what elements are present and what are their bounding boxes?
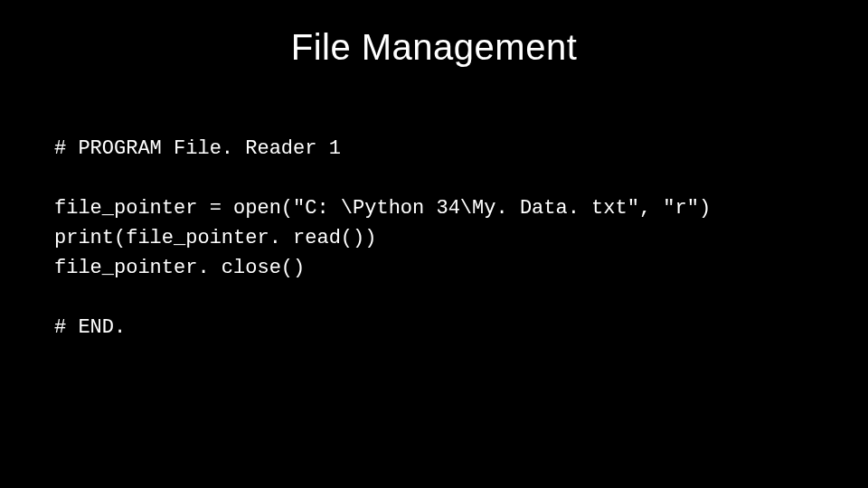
code-line: file_pointer. close() (54, 257, 305, 279)
code-line: # END. (54, 316, 126, 339)
code-line: # PROGRAM File. Reader 1 (54, 137, 341, 160)
code-line: file_pointer = open("C: \Python 34\My. D… (54, 197, 711, 220)
code-block: # PROGRAM File. Reader 1 file_pointer = … (54, 104, 814, 372)
slide: File Management # PROGRAM File. Reader 1… (0, 0, 868, 488)
slide-title: File Management (54, 27, 814, 68)
code-line: print(file_pointer. read()) (54, 227, 376, 249)
